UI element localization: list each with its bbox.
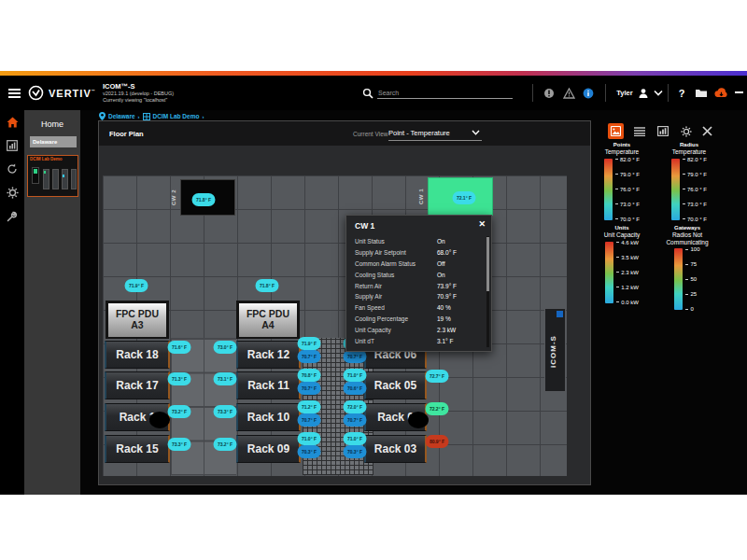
temp-badge[interactable]: 73.0° F: [214, 341, 237, 354]
warnings-icon[interactable]: [562, 76, 575, 110]
popup-row-value: 3.1° F: [437, 338, 453, 344]
temp-badge[interactable]: 70.3° F: [298, 445, 321, 458]
temp-badge[interactable]: 70.6° F: [344, 382, 367, 395]
help-button[interactable]: ?: [674, 76, 689, 110]
menu-icon[interactable]: [7, 76, 21, 110]
temp-badge[interactable]: 71.9° F: [125, 279, 148, 292]
rack[interactable]: Rack 09: [236, 435, 301, 463]
popup-row-value: On: [437, 272, 445, 278]
popup-row-value: 40 %: [437, 304, 451, 311]
floorplan-thumbnail[interactable]: DCIM Lab Demo: [27, 155, 78, 197]
temp-badge[interactable]: 72.2° F: [426, 402, 449, 415]
temp-badge[interactable]: 71.2° F: [298, 400, 321, 413]
panel-settings-gear-icon[interactable]: [678, 123, 694, 139]
temp-badge[interactable]: 72.0° F: [344, 400, 367, 413]
panel-close-icon[interactable]: [699, 123, 715, 139]
popup-row-value: Off: [437, 260, 445, 267]
legend-tick: 1.2 kW: [616, 285, 639, 290]
legend-tick: 2.3 kW: [616, 270, 639, 275]
legend-tick: 73.0 ° F: [615, 202, 640, 207]
temp-badge[interactable]: 71.0° F: [298, 432, 321, 445]
rack[interactable]: Rack 05: [364, 371, 427, 399]
popup-title-row: CW 1 ✕: [346, 216, 491, 234]
sync-icon[interactable]: [6, 162, 19, 175]
user-name[interactable]: Tyler: [613, 76, 637, 110]
legend-tick: 25: [685, 291, 699, 297]
thumb-shape: [71, 169, 77, 189]
rack[interactable]: Rack 15: [105, 435, 170, 463]
popup-scroll-thumb[interactable]: [486, 237, 489, 291]
info-icon[interactable]: [582, 76, 595, 110]
home-icon[interactable]: [6, 116, 19, 129]
temp-badge[interactable]: 71.3° F: [168, 372, 191, 385]
cloud-sync-icon[interactable]: [712, 76, 730, 110]
temp-badge[interactable]: 71.8° F: [192, 193, 216, 206]
popup-scrollbar[interactable]: [486, 236, 489, 347]
temp-badge[interactable]: 71.0° F: [344, 369, 367, 382]
temp-badge[interactable]: 70.8° F: [298, 369, 321, 382]
temp-badge[interactable]: 70.7° F: [298, 413, 321, 427]
rack[interactable]: Rack 03: [364, 435, 427, 463]
legend-metric: Radios Not Communicating: [653, 231, 722, 245]
folder-icon[interactable]: [693, 76, 710, 110]
temp-badge[interactable]: 71.6° F: [168, 341, 191, 354]
view-list-button[interactable]: [631, 123, 647, 139]
redaction-dot: [408, 412, 429, 428]
rack[interactable]: Rack 11: [236, 371, 301, 399]
user-menu-chevron-icon[interactable]: [652, 76, 665, 110]
legend-metric: Temperature: [672, 148, 707, 155]
temp-badge[interactable]: 73.2° F: [214, 438, 237, 451]
temp-badge[interactable]: 73.3° F: [168, 438, 191, 451]
pdu-a4[interactable]: FPC PDUA4: [236, 301, 300, 339]
chevron-down-icon: [472, 130, 480, 135]
temp-badge[interactable]: 73.2° F: [168, 405, 191, 418]
popup-row-label: Cooling Status: [355, 272, 394, 278]
sidebar-item-delaware[interactable]: Delaware: [30, 136, 77, 147]
temp-badge[interactable]: 80.9° F: [426, 435, 449, 448]
temp-badge[interactable]: 70.3° F: [344, 445, 367, 458]
legend-tick: 73.0 ° F: [683, 202, 707, 207]
legend-tick: 100: [685, 246, 699, 252]
reports-icon[interactable]: [6, 139, 19, 152]
close-icon[interactable]: ✕: [478, 219, 486, 229]
temp-badge[interactable]: 71.9° F: [298, 337, 321, 350]
icoms-rack[interactable]: iCOM-S: [544, 308, 566, 392]
search-input[interactable]: [377, 88, 513, 99]
legend-tick: 0: [685, 306, 699, 312]
rack[interactable]: Rack 12: [236, 341, 301, 369]
gear-icon[interactable]: [6, 186, 19, 199]
rack[interactable]: Rack 17: [105, 371, 170, 399]
user-icon[interactable]: [637, 76, 650, 110]
temp-badge[interactable]: 70.7° F: [298, 350, 321, 363]
legend-tick: 76.0 ° F: [615, 187, 640, 192]
temp-badge[interactable]: 73.3° F: [214, 405, 237, 418]
temp-badge[interactable]: 71.8° F: [256, 279, 279, 292]
wrench-icon[interactable]: [6, 210, 19, 223]
temp-badge[interactable]: 72.1° F: [453, 191, 476, 204]
legend-tick: 82.0 ° F: [615, 157, 640, 162]
alerts-icon[interactable]: [543, 76, 556, 110]
app-version: v2021.19.1 (develop - DEBUG): [103, 91, 174, 97]
temp-badge[interactable]: 70.7° F: [344, 350, 367, 363]
vertiv-logo-icon: [28, 85, 44, 101]
legend-metric: Temperature: [605, 148, 640, 155]
rack[interactable]: Rack 10: [236, 403, 301, 431]
brand-name: VERTIV™: [49, 88, 96, 99]
current-view-dropdown[interactable]: Point - Temperature: [388, 125, 482, 141]
temp-badge[interactable]: 70.7° F: [298, 382, 321, 395]
view-map-button[interactable]: [608, 123, 624, 139]
cw1-label: CW 1: [418, 177, 428, 216]
breadcrumb-site[interactable]: Delaware: [108, 113, 135, 119]
thumb-shape: [52, 169, 59, 189]
view-chart-button[interactable]: [655, 123, 670, 139]
temp-badge[interactable]: 71.0° F: [344, 432, 367, 445]
temp-badge[interactable]: 73.1° F: [214, 372, 237, 385]
temp-badge[interactable]: 72.7° F: [426, 370, 449, 383]
rack[interactable]: Rack 18: [105, 341, 170, 369]
temp-badge[interactable]: 70.7° F: [344, 413, 367, 427]
popup-row: Unit StatusOn: [346, 236, 486, 247]
minimize-button[interactable]: [734, 76, 743, 110]
search: [362, 76, 513, 110]
pdu-a3[interactable]: FPC PDUA3: [106, 301, 169, 339]
breadcrumb-floor[interactable]: DCIM Lab Demo: [153, 113, 200, 119]
